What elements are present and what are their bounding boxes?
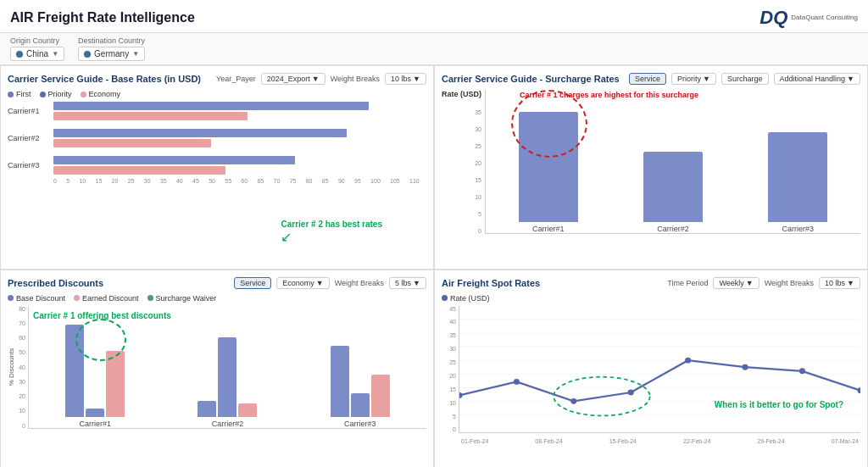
legend-earned-label: Earned Discount (82, 294, 139, 303)
origin-label: Origin Country (10, 36, 64, 45)
discounts-controls: Service Economy ▼ Weight Breaks 5 lbs ▼ (234, 277, 426, 289)
disc-carrier2-col: Carrier#2 (198, 337, 257, 428)
base-rates-legend: First Priority Economy (8, 90, 426, 98)
spot-rates-controls: Time Period Weekly ▼ Weight Breaks 10 lb… (667, 277, 860, 289)
spot-time-select[interactable]: Weekly ▼ (713, 277, 759, 289)
spot-x-01feb: 01-Feb-24 (461, 438, 488, 444)
service-label: Service (635, 75, 660, 83)
surcharge-y-10: 10 (475, 194, 481, 200)
discounts-legend: Base Discount Earned Discount Surcharge … (8, 294, 426, 303)
disc-carrier2-bar-blue (198, 401, 216, 417)
legend-first: First (8, 90, 31, 98)
discounts-service-btn[interactable]: Service (234, 277, 271, 289)
logo-area: DQ DataQuant Consulting (760, 7, 858, 29)
disc-y-30: 30 (19, 379, 25, 385)
base-rates-panel: Carrier Service Guide - Base Rates (in U… (0, 65, 434, 270)
discounts-economy-btn[interactable]: Economy ▼ (276, 277, 329, 289)
page-title: AIR Freight Rate Intelligence (10, 10, 195, 25)
legend-surcharge-dot (147, 295, 153, 301)
discounts-wb-value: 5 lbs (395, 279, 411, 287)
axis-30: 30 (144, 178, 151, 184)
destination-select[interactable]: Germany ▼ (78, 47, 145, 61)
axis-110: 110 (409, 178, 420, 184)
priority-btn[interactable]: Priority ▼ (671, 73, 716, 85)
spot-x-07mar: 07-Mar-24 (832, 438, 859, 444)
surcharge-y-35: 35 (475, 109, 481, 115)
disc-carrier3-bar-pink (371, 375, 390, 417)
destination-dot (84, 51, 91, 58)
axis-45: 45 (192, 178, 199, 184)
spot-wb-chevron: ▼ (847, 279, 854, 287)
spot-annotation-text: When is it better to go for Spot? (715, 400, 843, 409)
legend-base-label: Base Discount (16, 294, 65, 303)
destination-filter: Destination Country Germany ▼ (78, 36, 145, 61)
origin-chevron: ▼ (52, 50, 58, 58)
disc-y-0: 0 (22, 423, 25, 429)
carrier2-bar-blue (53, 129, 347, 137)
discounts-title: Prescribed Discounts (8, 278, 103, 288)
year-payer-label: Year_Payer (216, 75, 256, 83)
base-rates-header: Carrier Service Guide - Base Rates (in U… (8, 73, 426, 85)
disc-carrier2-bar-pink (238, 403, 257, 417)
spot-rate-dot (442, 295, 448, 301)
spot-x-29feb: 29-Feb-24 (757, 438, 784, 444)
spot-point-6 (742, 364, 748, 370)
carrier1-bar-blue (53, 102, 369, 110)
legend-first-dot (8, 92, 14, 97)
legend-priority-label: Priority (48, 90, 72, 98)
origin-select[interactable]: China ▼ (10, 47, 64, 61)
spot-wb-value: 10 lbs (825, 279, 845, 287)
surcharge-carrier2-label: Carrier#2 (657, 225, 689, 233)
add-handling-chevron: ▼ (847, 75, 854, 83)
spot-point-2 (514, 378, 520, 384)
page-header: AIR Freight Rate Intelligence DQ DataQua… (0, 0, 868, 33)
axis-5: 5 (66, 178, 70, 184)
axis-55: 55 (225, 178, 231, 184)
weight-breaks-label: Weight Breaks (331, 75, 380, 83)
axis-90: 90 (338, 178, 345, 184)
spot-x-22feb: 22-Feb-24 (683, 438, 710, 444)
axis-25: 25 (128, 178, 135, 184)
year-payer-select[interactable]: 2024_Export ▼ (261, 73, 326, 85)
spot-point-7 (799, 368, 805, 374)
surcharge-y-0: 0 (478, 228, 481, 234)
spot-wb-label: Weight Breaks (765, 279, 814, 287)
surcharge-y-15: 15 (475, 177, 481, 183)
disc-y-40: 40 (19, 364, 25, 370)
legend-priority: Priority (40, 90, 72, 98)
legend-base-discount: Base Discount (8, 294, 65, 303)
surcharge-title: Carrier Service Guide - Surcharge Rates (442, 74, 620, 84)
disc-carrier3-bar-blue2 (351, 393, 370, 417)
priority-chevron: ▼ (703, 75, 710, 83)
carrier3-bar-blue (53, 156, 295, 164)
spot-annotation: When is it better to go for Spot? (715, 399, 843, 411)
spot-point-8 (857, 387, 860, 393)
disc-y-10: 10 (19, 408, 25, 414)
surcharge-y-30: 30 (475, 126, 481, 132)
spot-y-40: 40 (449, 319, 456, 325)
axis-35: 35 (160, 178, 167, 184)
weight-breaks-select[interactable]: 10 lbs ▼ (385, 73, 426, 85)
surcharge-carrier1-col: Carrier#1 (519, 112, 578, 233)
surcharge-btn[interactable]: Surcharge (721, 73, 769, 85)
surcharge-carrier3-label: Carrier#3 (782, 225, 815, 233)
year-payer-value: 2024_Export (267, 75, 310, 83)
carrier3-bar-pink (53, 166, 225, 175)
carrier2-row: Carrier#2 (53, 129, 420, 147)
surcharge-label: Surcharge (727, 75, 763, 83)
spot-rate-label: Rate (USD) (450, 294, 490, 303)
surcharge-y-label: Rate (USD) (442, 90, 481, 98)
spot-x-08feb: 08-Feb-24 (535, 438, 562, 444)
service-btn[interactable]: Service (629, 73, 666, 85)
axis-105: 105 (390, 178, 400, 184)
disc-y-50: 50 (19, 349, 25, 355)
legend-earned-dot (74, 295, 80, 301)
year-payer-chevron: ▼ (312, 75, 320, 83)
discounts-wb-select[interactable]: 5 lbs ▼ (389, 277, 426, 289)
add-handling-btn[interactable]: Additional Handling ▼ (774, 73, 860, 85)
spot-point-1 (459, 392, 463, 398)
disc-carrier2-label: Carrier#2 (212, 420, 244, 428)
spot-wb-select[interactable]: 10 lbs ▼ (819, 277, 860, 289)
carrier2-annotation: Carrier # 2 has best rates ↙ (281, 219, 382, 245)
spot-y-5: 5 (453, 414, 456, 420)
